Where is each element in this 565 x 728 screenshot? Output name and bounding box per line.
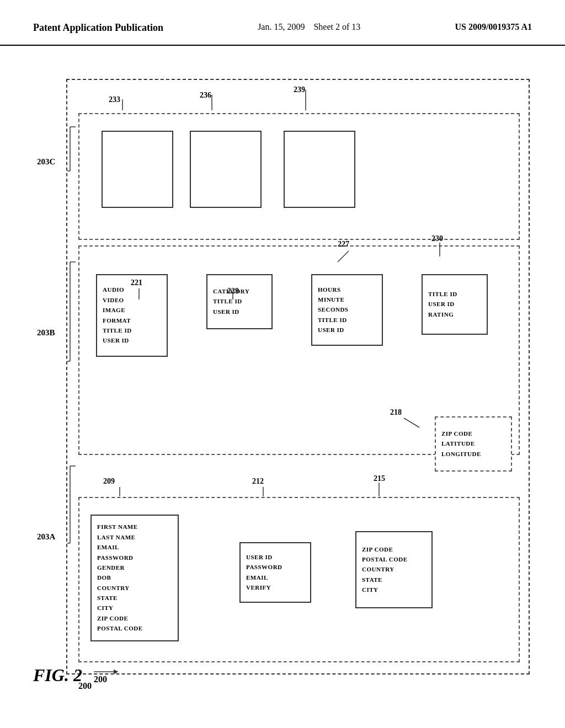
- data-box-229: CATEGORY TITLE ID USER ID: [206, 274, 273, 329]
- data-box-212: USER ID PASSWORD EMAIL VERIFY: [239, 542, 311, 603]
- data-box-215: ZIP CODE POSTAL CODE COUNTRY STATE CITY: [355, 531, 433, 608]
- patent-number: US 2009/0019375 A1: [455, 22, 532, 32]
- data-box-227: HOURS MINUTE SECONDS TITLE ID USER ID: [311, 274, 383, 346]
- label-203a: 203A: [37, 532, 55, 542]
- fig-arrow: [94, 663, 127, 680]
- diagram-area: AUDIO VIDEO IMAGE FORMAT TITLE ID USER I…: [0, 46, 565, 708]
- fig-label: FIG. 2: [33, 665, 82, 686]
- section-203c: [78, 113, 520, 240]
- publication-label: Patent Application Publication: [33, 22, 163, 34]
- ref-227: 227: [338, 240, 349, 249]
- ref-212: 212: [252, 477, 264, 486]
- ref-229: 229: [227, 287, 239, 296]
- ref-230: 230: [431, 234, 443, 243]
- ref-221: 221: [131, 279, 142, 287]
- ref-215: 215: [374, 474, 385, 483]
- label-203b: 203B: [37, 328, 55, 338]
- data-box-218: ZIP CODE LATITUDE LONGITUDE: [435, 416, 512, 472]
- section-203a: FIRST NAME LAST NAME EMAIL PASSWORD GEND…: [78, 497, 520, 662]
- ref-209: 209: [103, 477, 115, 486]
- thumbnail-233: [102, 131, 173, 208]
- thumbnail-239: [284, 131, 355, 208]
- ref-233: 233: [109, 95, 120, 104]
- ref-239: 239: [294, 85, 305, 94]
- date-sheet: Jan. 15, 2009 Sheet 2 of 13: [258, 22, 360, 32]
- outer-box-200: AUDIO VIDEO IMAGE FORMAT TITLE ID USER I…: [66, 79, 530, 675]
- page-header: Patent Application Publication Jan. 15, …: [0, 0, 565, 46]
- label-203c: 203C: [37, 157, 55, 167]
- ref-236: 236: [200, 91, 211, 100]
- data-box-230: TITLE ID USER ID RATING: [422, 274, 488, 335]
- data-box-209: FIRST NAME LAST NAME EMAIL PASSWORD GEND…: [90, 515, 179, 641]
- ref-218: 218: [390, 408, 402, 417]
- thumbnail-236: [190, 131, 262, 208]
